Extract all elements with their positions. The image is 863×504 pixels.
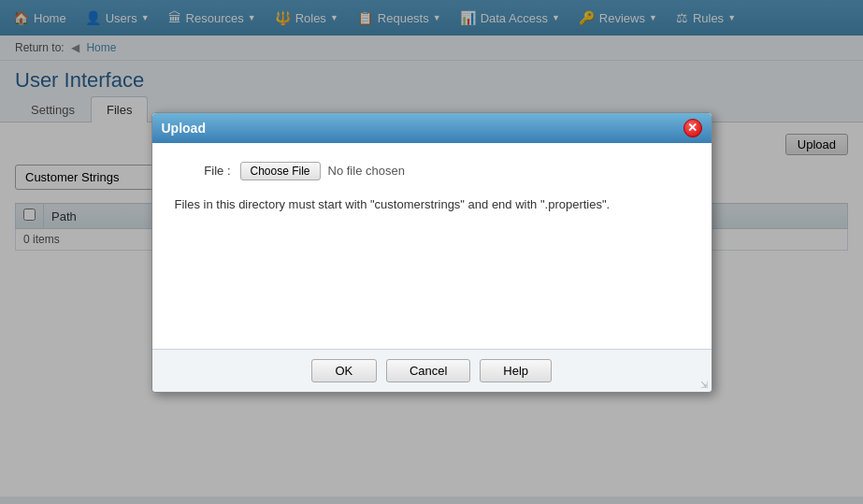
file-input-row: File : Choose File No file chosen bbox=[175, 162, 689, 180]
modal-hint: Files in this directory must start with … bbox=[175, 195, 689, 214]
no-file-text: No file chosen bbox=[328, 164, 405, 178]
file-label: File : bbox=[175, 164, 231, 178]
modal-footer: OK Cancel Help bbox=[152, 349, 712, 392]
modal-overlay: Upload ✕ File : Choose File No file chos… bbox=[0, 0, 863, 497]
cancel-button[interactable]: Cancel bbox=[386, 359, 470, 382]
help-button[interactable]: Help bbox=[480, 359, 552, 382]
choose-file-button[interactable]: Choose File bbox=[240, 162, 321, 180]
upload-modal: Upload ✕ File : Choose File No file chos… bbox=[151, 112, 712, 393]
modal-close-button[interactable]: ✕ bbox=[683, 119, 702, 137]
modal-title: Upload bbox=[162, 121, 206, 136]
resize-handle[interactable]: ⇲ bbox=[700, 380, 708, 390]
ok-button[interactable]: OK bbox=[311, 359, 377, 382]
modal-header: Upload ✕ bbox=[152, 113, 712, 143]
modal-body: File : Choose File No file chosen Files … bbox=[152, 143, 712, 349]
